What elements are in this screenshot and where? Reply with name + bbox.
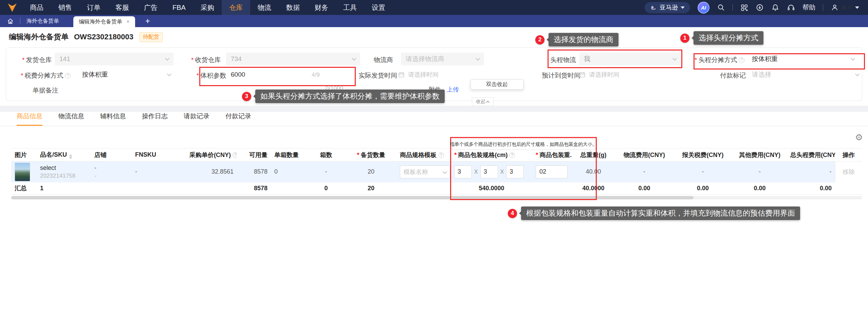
tax-share-select[interactable]: 按体积重 — [78, 68, 173, 81]
pack-spec-tooltip: 指单个或多个商品进行初步打包后的尺寸规格，如商品包装盒的大小。 — [452, 139, 595, 150]
col-headway-fee: 总头程费用(CNY)? — [787, 149, 835, 161]
summary-count: 1 — [37, 182, 91, 195]
arrive-time-label: 预计到货时间 — [542, 71, 580, 80]
close-icon[interactable]: × — [126, 18, 130, 25]
upload-link[interactable]: 上传 — [447, 85, 459, 94]
first-leg-select[interactable]: 我 — [579, 53, 681, 65]
apps-grid-icon[interactable] — [740, 4, 748, 12]
horizontal-scrollbar[interactable] — [11, 196, 862, 199]
calendar-icon — [579, 72, 586, 78]
tab-logistics-info[interactable]: 物流信息 — [58, 112, 84, 126]
chevron-down-icon — [681, 6, 685, 9]
home-icon[interactable] — [7, 18, 14, 25]
nav-item-products[interactable]: 商品 — [22, 0, 51, 15]
col-image: 图片 — [11, 149, 37, 161]
nav-item-tools[interactable]: 工具 — [336, 0, 364, 15]
nav-item-service[interactable]: 客服 — [108, 0, 136, 15]
nav-item-ads[interactable]: 广告 — [136, 0, 165, 15]
col-available: 可用量 — [237, 149, 271, 161]
annotation-1: 1 选择头程分摊方式 — [680, 31, 763, 45]
chevron-down-icon — [672, 56, 677, 61]
search-icon[interactable] — [717, 3, 725, 12]
fnsku-cell: - — [132, 161, 186, 182]
chevron-down-icon — [855, 72, 860, 76]
tab-material-info[interactable]: 辅料信息 — [100, 112, 126, 126]
height-input[interactable]: 3 — [506, 165, 524, 178]
leg-share-label: *头程分摊方式? — [695, 56, 744, 64]
arrive-time-picker[interactable]: 请选择时间 — [579, 68, 620, 81]
customs-fee-cell: - — [673, 161, 733, 182]
template-select[interactable]: 模板名称 — [400, 165, 450, 178]
settings-gear-icon[interactable]: ⚙ — [855, 133, 863, 142]
annotation-4-text: 根据包装规格和包装重量自动计算实重和体积，并填充到物流信息的预估费用界面 — [521, 207, 800, 220]
ship-time-picker[interactable]: 请选择时间 — [398, 68, 439, 81]
width-input[interactable]: 3 — [480, 165, 498, 178]
help-icon: ? — [233, 152, 237, 158]
col-logistics-fee: 物流费用(CNY) — [615, 149, 673, 161]
col-action: 操作 — [835, 149, 862, 161]
collapse-form-button[interactable]: 收起 — [472, 97, 494, 106]
tab-operation-log[interactable]: 操作日志 — [142, 112, 168, 126]
nav-item-sales[interactable]: 销售 — [51, 0, 79, 15]
logo-fox-icon[interactable] — [7, 2, 18, 13]
ship-warehouse-select[interactable]: 141 — [55, 53, 173, 65]
calendar-icon — [398, 72, 405, 78]
pack-size-cell: 3 X 3 X 3 — [451, 161, 532, 182]
support-headset-icon[interactable] — [787, 3, 795, 12]
add-tab-button[interactable]: + — [145, 17, 150, 25]
col-customs-fee: 报关税费(CNY) — [673, 149, 733, 161]
pay-mark-select[interactable]: 请选择 — [748, 68, 862, 81]
remove-row-button[interactable]: 移除 — [843, 169, 855, 175]
tab-stock-list[interactable]: 海外仓备货单 — [26, 18, 59, 25]
tab-payment-request[interactable]: 请款记录 — [184, 112, 209, 126]
tab-payment-record[interactable]: 付款记录 — [225, 112, 251, 126]
help-icon: ? — [438, 152, 444, 158]
summary-other-fee: 0.00 — [733, 182, 787, 195]
summary-available: 8578 — [237, 182, 271, 195]
length-input[interactable]: 3 — [454, 165, 472, 178]
nav-item-finance[interactable]: 财务 — [307, 0, 336, 15]
order-number: OWS2302180003 — [74, 33, 133, 41]
product-name[interactable]: select — [40, 164, 88, 172]
tab-edit-stock-order[interactable]: 编辑海外仓备货单 × — [73, 16, 135, 27]
nav-item-purchase[interactable]: 采购 — [193, 0, 222, 15]
summary-total-weight: 40.0000 — [571, 182, 615, 195]
sku-cell[interactable]: select 20232141758 — [37, 161, 91, 182]
recv-warehouse-select[interactable]: 734 — [226, 53, 360, 65]
store-cell: - - — [91, 161, 132, 182]
sort-icon[interactable] — [69, 154, 72, 159]
leg-share-select[interactable]: 按体积重 — [748, 53, 862, 65]
nav-item-settings[interactable]: 设置 — [364, 0, 393, 15]
nav-item-logistics[interactable]: 物流 — [250, 0, 279, 15]
leg-share-value: 按体积重 — [752, 55, 778, 63]
tax-share-value: 按体积重 — [82, 70, 108, 79]
ai-assistant-button[interactable]: AI — [698, 2, 709, 14]
page-tab-bar: 海外仓备货单 编辑海外仓备货单 × + — [0, 15, 868, 27]
annotation-1-number: 1 — [680, 34, 689, 43]
col-sku[interactable]: 品名/SKU — [37, 149, 91, 161]
product-thumbnail[interactable] — [15, 162, 30, 181]
download-icon[interactable] — [756, 3, 764, 12]
nav-item-data[interactable]: 数据 — [279, 0, 307, 15]
nav-item-orders[interactable]: 订单 — [79, 0, 108, 15]
tab-product-info[interactable]: 商品信息 — [17, 112, 42, 126]
annotation-2-number: 2 — [535, 35, 544, 44]
nav-item-fba[interactable]: FBA — [165, 0, 193, 15]
marketplace-selector[interactable]: a 亚马逊 — [645, 2, 690, 13]
product-image-cell[interactable] — [11, 161, 37, 182]
nav-item-warehouse[interactable]: 仓库 — [222, 0, 250, 15]
account-menu[interactable]: 账户 — [831, 3, 859, 12]
col-qty: *备货数量 — [346, 149, 396, 161]
scrollbar-thumb[interactable] — [11, 196, 694, 199]
status-badge: 待配货 — [140, 32, 163, 42]
annotation-4: 4 根据包装规格和包装重量自动计算实重和体积，并填充到物流信息的预估费用界面 — [508, 207, 800, 220]
chevron-down-icon — [443, 170, 447, 174]
carrier-select[interactable]: 请选择物流商 — [401, 53, 484, 65]
col-fnsku: FNSKU — [132, 149, 186, 161]
tax-share-label: *税费分摊方式? — [21, 71, 71, 80]
pack-weight-input[interactable]: 02 — [536, 165, 568, 178]
help-link[interactable]: 帮助 — [802, 3, 815, 12]
divider — [20, 18, 20, 24]
detail-tabs: 商品信息 物流信息 辅料信息 操作日志 请款记录 付款记录 — [0, 112, 868, 126]
notification-bell-icon[interactable] — [771, 3, 779, 12]
